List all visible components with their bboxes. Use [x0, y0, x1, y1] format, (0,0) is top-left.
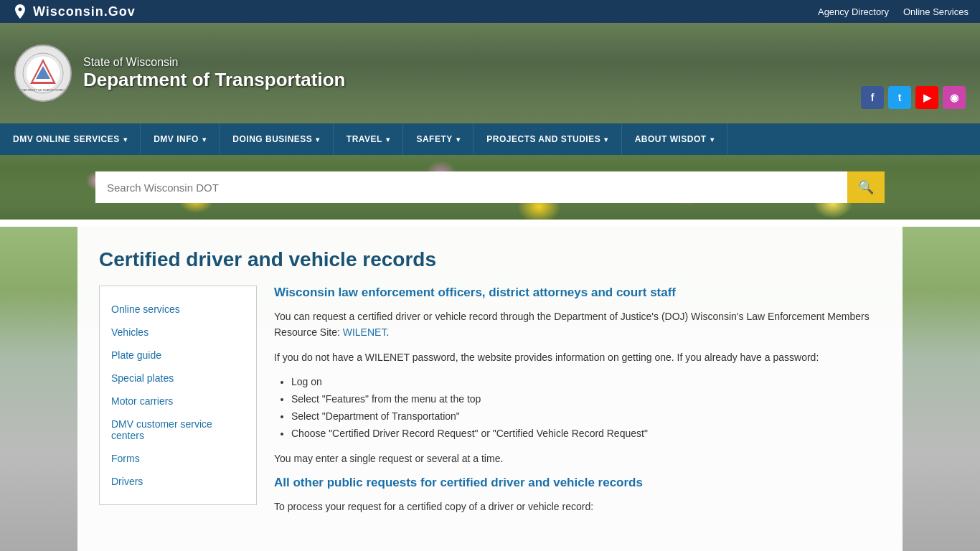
header-banner: DEPARTMENT OF TRANSPORTATION State of Wi… — [0, 23, 980, 123]
agency-directory-link[interactable]: Agency Directory — [818, 6, 889, 17]
list-item: Log on — [291, 374, 881, 391]
section2-para1: To process your request for a certified … — [274, 499, 881, 514]
dot-logo: DEPARTMENT OF TRANSPORTATION — [14, 44, 72, 102]
sidebar-item-vehicles[interactable]: Vehicles — [100, 321, 256, 344]
section1-heading: Wisconsin law enforcement officers, dist… — [274, 286, 881, 300]
online-services-link[interactable]: Online Services — [903, 6, 969, 17]
nav-item-travel[interactable]: Travel▾ — [334, 123, 404, 155]
podcast-icon[interactable]: ◉ — [943, 86, 966, 109]
section2-heading: All other public requests for certified … — [274, 476, 881, 490]
list-item: Select "Department of Transportation" — [291, 408, 881, 425]
svg-text:DEPARTMENT OF TRANSPORTATION: DEPARTMENT OF TRANSPORTATION — [22, 88, 65, 92]
search-input[interactable] — [95, 171, 847, 203]
sidebar: Online servicesVehiclesPlate guideSpecia… — [99, 286, 257, 523]
hero-area: 🔍 — [0, 155, 980, 220]
nav-item-doing-business[interactable]: Doing Business▾ — [220, 123, 334, 155]
section1-para2: If you do not have a WILENET password, t… — [274, 349, 881, 365]
sidebar-item-drivers[interactable]: Drivers — [100, 470, 256, 493]
list-item: Select "Features" from the menu at the t… — [291, 391, 881, 408]
content-wrapper: Certified driver and vehicle records Onl… — [77, 227, 903, 551]
agency-text: State of Wisconsin Department of Transpo… — [83, 56, 345, 91]
top-bar: Wisconsin.Gov Agency Directory Online Se… — [0, 0, 980, 23]
sidebar-item-online-services[interactable]: Online services — [100, 298, 256, 321]
chevron-icon: ▾ — [710, 136, 715, 143]
nav-item-about[interactable]: About WisDOT▾ — [622, 123, 728, 155]
sidebar-item-motor-carriers[interactable]: Motor carriers — [100, 390, 256, 413]
main-nav: DMV Online Services▾DMV Info▾Doing Busin… — [0, 123, 980, 155]
logo-text: Wisconsin.Gov — [33, 4, 136, 19]
chevron-icon: ▾ — [316, 136, 320, 143]
section1-para1: You can request a certified driver or ve… — [274, 309, 881, 341]
wilenet-link[interactable]: WILENET — [343, 326, 387, 338]
sidebar-item-special-plates[interactable]: Special plates — [100, 367, 256, 390]
header-content: DEPARTMENT OF TRANSPORTATION State of Wi… — [0, 44, 980, 102]
sidebar-item-forms[interactable]: Forms — [100, 447, 256, 470]
layout-row: Online servicesVehiclesPlate guideSpecia… — [99, 286, 881, 523]
section1-para3: You may enter a single request or severa… — [274, 451, 881, 466]
page-title: Certified driver and vehicle records — [99, 248, 881, 271]
twitter-icon[interactable]: t — [888, 86, 911, 109]
chevron-icon: ▾ — [202, 136, 207, 143]
nav-item-projects[interactable]: Projects and Studies▾ — [473, 123, 621, 155]
wisconsin-gov-logo[interactable]: Wisconsin.Gov — [11, 3, 136, 20]
search-button[interactable]: 🔍 — [847, 171, 885, 203]
chevron-icon: ▾ — [123, 136, 128, 143]
sidebar-item-plate-guide[interactable]: Plate guide — [100, 344, 256, 367]
chevron-icon: ▾ — [604, 136, 608, 143]
facebook-icon[interactable]: f — [861, 86, 884, 109]
youtube-icon[interactable]: ▶ — [915, 86, 938, 109]
sidebar-item-csc[interactable]: DMV customer service centers — [100, 413, 256, 447]
social-icons: f t ▶ ◉ — [861, 86, 966, 109]
dept-name: Department of Transportation — [83, 69, 345, 91]
search-icon: 🔍 — [858, 179, 874, 195]
top-links: Agency Directory Online Services — [818, 6, 969, 17]
main-content: Wisconsin law enforcement officers, dist… — [274, 286, 881, 523]
sidebar-nav: Online servicesVehiclesPlate guideSpecia… — [99, 286, 257, 505]
nav-item-dmv-online[interactable]: DMV Online Services▾ — [0, 123, 141, 155]
nav-item-safety[interactable]: Safety▾ — [403, 123, 473, 155]
search-bar: 🔍 — [95, 171, 885, 203]
steps-list: Log onSelect "Features" from the menu at… — [274, 374, 881, 442]
chevron-icon: ▾ — [386, 136, 390, 143]
nav-item-dmv-info[interactable]: DMV Info▾ — [141, 123, 220, 155]
chevron-icon: ▾ — [456, 136, 461, 143]
page-body: Certified driver and vehicle records Onl… — [0, 227, 980, 551]
list-item: Choose "Certified Driver Record Request"… — [291, 425, 881, 443]
state-name: State of Wisconsin — [83, 56, 345, 69]
